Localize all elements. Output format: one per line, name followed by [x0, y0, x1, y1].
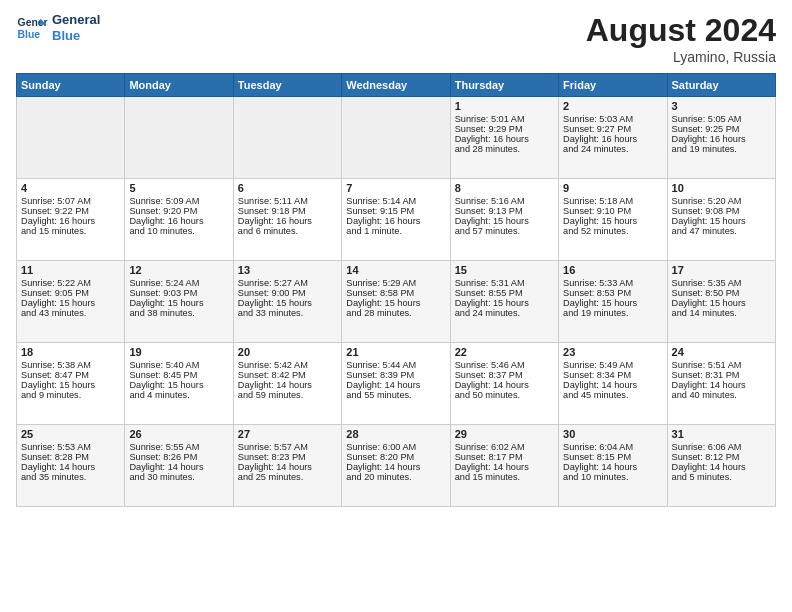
cell-content: Daylight: 15 hours	[238, 298, 337, 308]
week-row-1: 1Sunrise: 5:01 AMSunset: 9:29 PMDaylight…	[17, 97, 776, 179]
cell-content: and 55 minutes.	[346, 390, 445, 400]
day-number: 18	[21, 346, 120, 358]
cell-content: and 20 minutes.	[346, 472, 445, 482]
day-number: 25	[21, 428, 120, 440]
calendar-cell: 29Sunrise: 6:02 AMSunset: 8:17 PMDayligh…	[450, 425, 558, 507]
day-number: 1	[455, 100, 554, 112]
calendar-cell: 19Sunrise: 5:40 AMSunset: 8:45 PMDayligh…	[125, 343, 233, 425]
cell-content: Sunrise: 5:51 AM	[672, 360, 771, 370]
cell-content: Sunrise: 5:18 AM	[563, 196, 662, 206]
cell-content: and 4 minutes.	[129, 390, 228, 400]
cell-content: and 40 minutes.	[672, 390, 771, 400]
day-number: 7	[346, 182, 445, 194]
logo-text-blue: Blue	[52, 28, 100, 44]
cell-content: Daylight: 15 hours	[563, 298, 662, 308]
cell-content: Sunrise: 5:14 AM	[346, 196, 445, 206]
cell-content: Sunset: 9:10 PM	[563, 206, 662, 216]
cell-content: and 5 minutes.	[672, 472, 771, 482]
cell-content: Sunset: 8:42 PM	[238, 370, 337, 380]
weekday-header-saturday: Saturday	[667, 74, 775, 97]
cell-content: Daylight: 14 hours	[346, 462, 445, 472]
cell-content: Sunset: 8:47 PM	[21, 370, 120, 380]
cell-content: Sunrise: 5:24 AM	[129, 278, 228, 288]
calendar-cell: 8Sunrise: 5:16 AMSunset: 9:13 PMDaylight…	[450, 179, 558, 261]
cell-content: Sunset: 9:03 PM	[129, 288, 228, 298]
cell-content: Sunset: 9:15 PM	[346, 206, 445, 216]
calendar-cell: 21Sunrise: 5:44 AMSunset: 8:39 PMDayligh…	[342, 343, 450, 425]
calendar-cell: 23Sunrise: 5:49 AMSunset: 8:34 PMDayligh…	[559, 343, 667, 425]
cell-content: Sunset: 8:26 PM	[129, 452, 228, 462]
calendar-cell: 1Sunrise: 5:01 AMSunset: 9:29 PMDaylight…	[450, 97, 558, 179]
cell-content: Sunset: 8:53 PM	[563, 288, 662, 298]
calendar-cell	[125, 97, 233, 179]
cell-content: and 28 minutes.	[346, 308, 445, 318]
cell-content: and 35 minutes.	[21, 472, 120, 482]
cell-content: and 38 minutes.	[129, 308, 228, 318]
day-number: 11	[21, 264, 120, 276]
cell-content: Daylight: 14 hours	[21, 462, 120, 472]
cell-content: Sunrise: 5:55 AM	[129, 442, 228, 452]
calendar-cell: 25Sunrise: 5:53 AMSunset: 8:28 PMDayligh…	[17, 425, 125, 507]
calendar-cell: 31Sunrise: 6:06 AMSunset: 8:12 PMDayligh…	[667, 425, 775, 507]
day-number: 8	[455, 182, 554, 194]
calendar-cell: 17Sunrise: 5:35 AMSunset: 8:50 PMDayligh…	[667, 261, 775, 343]
cell-content: Sunset: 9:08 PM	[672, 206, 771, 216]
cell-content: Sunrise: 5:42 AM	[238, 360, 337, 370]
day-number: 21	[346, 346, 445, 358]
calendar-cell: 10Sunrise: 5:20 AMSunset: 9:08 PMDayligh…	[667, 179, 775, 261]
cell-content: and 45 minutes.	[563, 390, 662, 400]
cell-content: Sunset: 8:31 PM	[672, 370, 771, 380]
calendar-cell	[17, 97, 125, 179]
logo-text-general: General	[52, 12, 100, 28]
day-number: 6	[238, 182, 337, 194]
calendar-table: SundayMondayTuesdayWednesdayThursdayFrid…	[16, 73, 776, 507]
week-row-4: 18Sunrise: 5:38 AMSunset: 8:47 PMDayligh…	[17, 343, 776, 425]
cell-content: and 19 minutes.	[672, 144, 771, 154]
cell-content: Sunrise: 5:57 AM	[238, 442, 337, 452]
cell-content: Daylight: 14 hours	[129, 462, 228, 472]
cell-content: and 47 minutes.	[672, 226, 771, 236]
day-number: 14	[346, 264, 445, 276]
cell-content: and 15 minutes.	[455, 472, 554, 482]
cell-content: Daylight: 15 hours	[21, 298, 120, 308]
cell-content: Sunrise: 5:11 AM	[238, 196, 337, 206]
cell-content: Daylight: 16 hours	[238, 216, 337, 226]
calendar-cell: 12Sunrise: 5:24 AMSunset: 9:03 PMDayligh…	[125, 261, 233, 343]
cell-content: Daylight: 14 hours	[672, 380, 771, 390]
day-number: 24	[672, 346, 771, 358]
cell-content: Sunrise: 5:27 AM	[238, 278, 337, 288]
cell-content: Sunset: 8:50 PM	[672, 288, 771, 298]
day-number: 2	[563, 100, 662, 112]
day-number: 31	[672, 428, 771, 440]
cell-content: Sunrise: 5:46 AM	[455, 360, 554, 370]
weekday-header-tuesday: Tuesday	[233, 74, 341, 97]
cell-content: Daylight: 16 hours	[455, 134, 554, 144]
cell-content: Sunrise: 5:29 AM	[346, 278, 445, 288]
cell-content: Daylight: 15 hours	[129, 298, 228, 308]
day-number: 16	[563, 264, 662, 276]
cell-content: Daylight: 14 hours	[346, 380, 445, 390]
cell-content: Sunrise: 5:33 AM	[563, 278, 662, 288]
cell-content: Sunset: 8:55 PM	[455, 288, 554, 298]
day-number: 5	[129, 182, 228, 194]
cell-content: Sunrise: 5:01 AM	[455, 114, 554, 124]
cell-content: Sunset: 9:13 PM	[455, 206, 554, 216]
cell-content: and 30 minutes.	[129, 472, 228, 482]
cell-content: Sunset: 9:05 PM	[21, 288, 120, 298]
cell-content: Sunrise: 5:16 AM	[455, 196, 554, 206]
cell-content: Sunrise: 5:20 AM	[672, 196, 771, 206]
day-number: 19	[129, 346, 228, 358]
cell-content: and 10 minutes.	[129, 226, 228, 236]
cell-content: and 19 minutes.	[563, 308, 662, 318]
cell-content: Sunrise: 5:22 AM	[21, 278, 120, 288]
weekday-header-sunday: Sunday	[17, 74, 125, 97]
cell-content: Sunrise: 5:35 AM	[672, 278, 771, 288]
day-number: 29	[455, 428, 554, 440]
cell-content: Daylight: 14 hours	[563, 462, 662, 472]
calendar-cell: 13Sunrise: 5:27 AMSunset: 9:00 PMDayligh…	[233, 261, 341, 343]
cell-content: Sunset: 8:23 PM	[238, 452, 337, 462]
cell-content: Daylight: 15 hours	[455, 216, 554, 226]
day-number: 15	[455, 264, 554, 276]
cell-content: and 43 minutes.	[21, 308, 120, 318]
week-row-3: 11Sunrise: 5:22 AMSunset: 9:05 PMDayligh…	[17, 261, 776, 343]
